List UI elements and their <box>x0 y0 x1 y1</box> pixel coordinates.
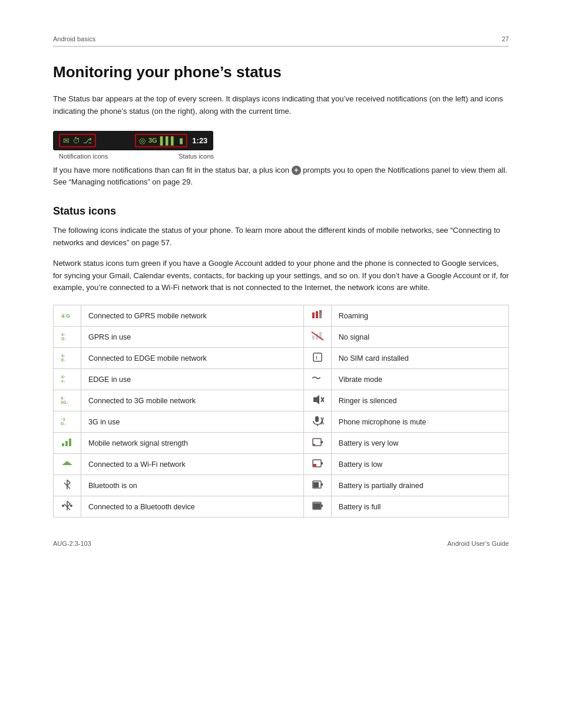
edge-connected-icon: 4↑ E↓ <box>61 352 74 363</box>
battery-very-low-icon <box>311 437 324 447</box>
icon-cell-battery-low <box>303 454 331 475</box>
statusbar-time: 1:23 <box>192 136 207 145</box>
table-body: 4⃣G Connected to GPRS mobile network R R… <box>54 305 509 518</box>
table-row: 4↑ e↓ EDGE in use 〜 Vibrate mode <box>54 369 509 390</box>
gprs-use-icon: 4↑ G↓ <box>61 331 74 341</box>
desc-battery-low: Battery is low <box>331 454 508 475</box>
icon-cell-bluetooth-connected <box>54 496 81 518</box>
desc-roaming: Roaming <box>331 305 508 327</box>
desc-edge-connected: Connected to EDGE mobile network <box>81 348 304 369</box>
page-footer: AUG-2.3-103 Android User’s Guide <box>53 535 509 547</box>
icon-cell-wifi <box>54 454 81 475</box>
battery-icon: ▮ <box>179 136 183 145</box>
icon-cell-no-sim: ! <box>303 348 331 369</box>
statusbar-mockup-container: ✉ ⏱ ⎇ ◎ 3G ▌▌▌ ▮ 1:23 Notification icons… <box>53 131 509 160</box>
3g-connected-icon: 4↑ 3G↓ <box>61 394 74 405</box>
desc-bluetooth-connected: Connected to a Bluetooth device <box>81 496 304 518</box>
vibrate-icon: 〜 <box>311 373 324 384</box>
3g-use-icon: ↑3 G↓ <box>61 416 74 426</box>
no-signal-icon <box>311 331 324 341</box>
icon-cell-3g-connected: 4↑ 3G↓ <box>54 390 81 411</box>
icon-cell-vibrate: 〜 <box>303 369 331 390</box>
icon-cell-signal-strength <box>54 433 81 454</box>
svg-marker-20 <box>313 395 319 404</box>
svg-point-42 <box>62 505 64 507</box>
desc-no-sim: No SIM card installed <box>331 348 508 369</box>
desc-battery-very-low: Battery is very low <box>331 433 508 454</box>
header-page-number: 27 <box>502 35 509 42</box>
svg-text:R: R <box>319 310 322 314</box>
icon-cell-3g-use: ↑3 G↓ <box>54 411 81 433</box>
icon-cell-mic-mute <box>303 411 331 433</box>
icon-cell-battery-very-low <box>303 433 331 454</box>
usb-icon: ⎇ <box>83 136 92 145</box>
battery-low-icon <box>311 458 324 469</box>
gps-icon: ◎ <box>139 136 146 145</box>
alarm-icon: ⏱ <box>72 136 80 145</box>
status-icons-group: ◎ 3G ▌▌▌ ▮ <box>135 134 187 147</box>
svg-rect-33 <box>321 441 323 443</box>
table-row: 4↑ G↓ GPRS in use No signal <box>54 327 509 348</box>
svg-rect-37 <box>321 462 323 465</box>
desc-battery-full: Battery is full <box>331 496 508 518</box>
statusbar-labels-row: Notification icons Status icons <box>53 153 509 160</box>
svg-text:!: ! <box>316 355 318 361</box>
signal-icon: ▌▌▌ <box>160 136 177 145</box>
svg-rect-13 <box>313 353 322 361</box>
page-title: Monitoring your phone’s status <box>53 63 509 81</box>
svg-rect-30 <box>65 441 68 446</box>
svg-text:↑3: ↑3 <box>61 417 65 421</box>
desc-ringer-silenced: Ringer is silenced <box>331 390 508 411</box>
page-header: Android basics 27 <box>53 35 509 47</box>
desc-vibrate: Vibrate mode <box>331 369 508 390</box>
footer-doc-id: AUG-2.3-103 <box>53 540 91 547</box>
table-row: Bluetooth is on Battery is partially dra… <box>54 475 509 496</box>
svg-text:〜: 〜 <box>312 373 321 383</box>
desc-signal-strength: Mobile network signal strength <box>81 433 304 454</box>
svg-rect-25 <box>315 416 319 422</box>
svg-rect-41 <box>313 482 319 487</box>
edge-use-icon: 4↑ e↓ <box>61 373 74 384</box>
svg-text:4↑: 4↑ <box>61 332 65 337</box>
desc-mic-mute: Phone microphone is mute <box>331 411 508 433</box>
icon-cell-bluetooth-on <box>54 475 81 496</box>
desc-gprs-connected: Connected to GPRS mobile network <box>81 305 304 327</box>
battery-full-icon <box>311 500 324 511</box>
table-row: Mobile network signal strength Battery i… <box>54 433 509 454</box>
bluetooth-on-icon <box>61 479 74 490</box>
svg-rect-46 <box>313 503 320 509</box>
table-row: Connected to a Wi-Fi network Battery is … <box>54 454 509 475</box>
icon-cell-no-signal <box>303 327 331 348</box>
icon-cell-gprs-connected: 4⃣G <box>54 305 81 327</box>
table-row: 4⃣G Connected to GPRS mobile network R R… <box>54 305 509 327</box>
table-row: ↑3 G↓ 3G in use Phone microphone is mute <box>54 411 509 433</box>
notification-icons-group: ✉ ⏱ ⎇ <box>59 134 96 147</box>
status-icons-label: Status icons <box>178 153 214 160</box>
svg-text:3G↓: 3G↓ <box>61 400 68 404</box>
signal-strength-icon <box>61 437 74 447</box>
intro-paragraph: The Status bar appears at the top of eve… <box>53 93 509 118</box>
icon-cell-roaming: R <box>303 305 331 327</box>
desc-no-signal: No signal <box>331 327 508 348</box>
svg-rect-2 <box>316 311 318 318</box>
ringer-silenced-icon <box>311 394 324 405</box>
desc-3g-use: 3G in use <box>81 411 304 433</box>
svg-text:4↑: 4↑ <box>61 375 65 379</box>
svg-rect-1 <box>312 312 315 318</box>
desc-bluetooth-on: Bluetooth is on <box>81 475 304 496</box>
overflow-text-part1: If you have more notifications than can … <box>53 166 289 174</box>
desc-gprs-use: GPRS in use <box>81 327 304 348</box>
svg-point-43 <box>70 505 72 507</box>
section-para-1: The following icons indicate the status … <box>53 225 509 249</box>
icon-cell-battery-partial <box>303 475 331 496</box>
svg-marker-35 <box>62 461 72 465</box>
desc-3g-connected: Connected to 3G mobile network <box>81 390 304 411</box>
svg-rect-7 <box>312 335 315 340</box>
roaming-icon: R <box>311 309 324 320</box>
desc-edge-use: EDGE in use <box>81 369 304 390</box>
svg-rect-40 <box>321 483 323 486</box>
statusbar-mockup: ✉ ⏱ ⎇ ◎ 3G ▌▌▌ ▮ 1:23 <box>53 131 213 150</box>
footer-doc-title: Android User’s Guide <box>447 540 509 547</box>
network-icon: 3G <box>148 137 157 144</box>
section-para-2: Network status icons turn green if you h… <box>53 258 509 294</box>
